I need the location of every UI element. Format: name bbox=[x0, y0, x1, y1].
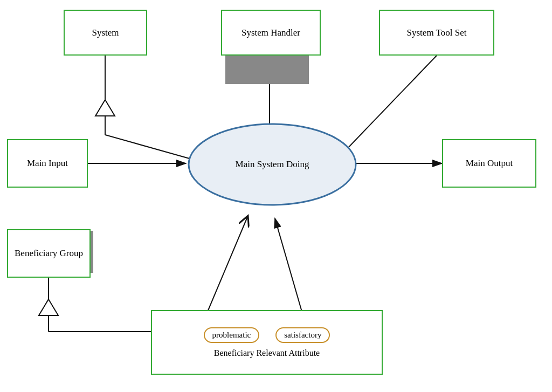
main-system-doing-container: Main System Doing bbox=[186, 121, 358, 208]
problematic-pill: problematic bbox=[204, 327, 260, 343]
system-handler-label: System Handler bbox=[242, 27, 300, 38]
bra-inner: problematic satisfactory Beneficiary Rel… bbox=[198, 322, 336, 363]
system-to-ellipse bbox=[105, 135, 191, 159]
satisfactory-to-ellipse bbox=[275, 218, 302, 312]
toolset-to-ellipse bbox=[345, 56, 437, 151]
satisfactory-pill: satisfactory bbox=[275, 327, 330, 343]
beneficiary-group-label: Beneficiary Group bbox=[15, 248, 83, 259]
diagram: System System Handler System Tool Set Ma… bbox=[0, 0, 552, 392]
system-label: System bbox=[92, 27, 119, 38]
satisfactory-label: satisfactory bbox=[284, 331, 321, 340]
system-triangle bbox=[95, 100, 115, 116]
problematic-label: problematic bbox=[212, 331, 251, 340]
system-tool-set-box: System Tool Set bbox=[379, 10, 494, 56]
ellipse-label-container: Main System Doing bbox=[186, 121, 358, 208]
problematic-to-ellipse bbox=[208, 216, 248, 312]
beneficiary-relevant-attribute-box: problematic satisfactory Beneficiary Rel… bbox=[151, 310, 383, 375]
system-tool-set-label: System Tool Set bbox=[407, 27, 467, 38]
bra-label: Beneficiary Relevant Attribute bbox=[214, 348, 320, 358]
pills-row: problematic satisfactory bbox=[204, 327, 330, 343]
system-handler-box: System Handler bbox=[221, 10, 321, 56]
main-system-doing-label: Main System Doing bbox=[236, 159, 309, 170]
beneficiary-group-box: Beneficiary Group bbox=[7, 229, 91, 278]
bg-triangle bbox=[39, 299, 58, 315]
main-output-label: Main Output bbox=[466, 158, 513, 169]
main-output-box: Main Output bbox=[442, 139, 536, 188]
system-box: System bbox=[64, 10, 147, 56]
main-input-box: Main Input bbox=[7, 139, 88, 188]
main-input-label: Main Input bbox=[27, 158, 68, 169]
